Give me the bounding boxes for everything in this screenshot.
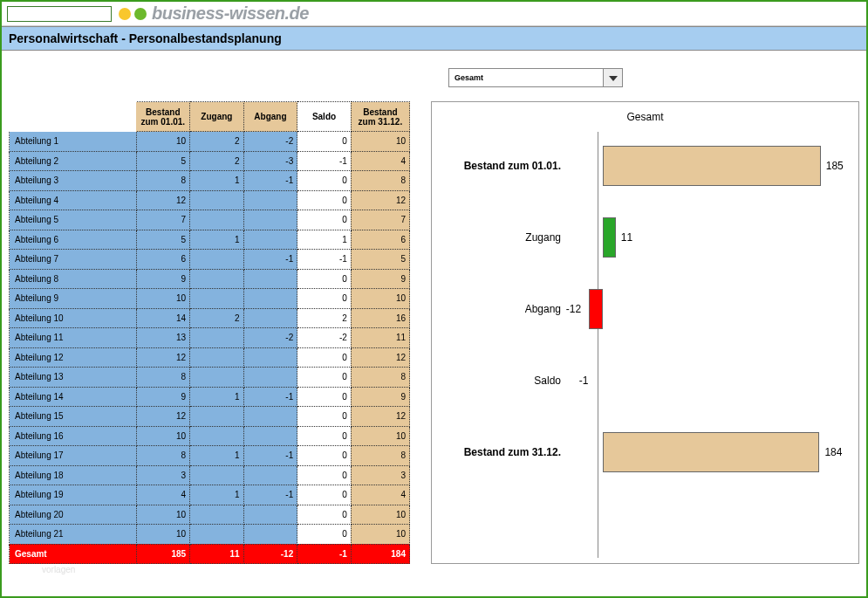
cell-bestand2[interactable]: 9 xyxy=(351,269,409,289)
cell-zugang[interactable]: 1 xyxy=(190,230,244,250)
cell-saldo[interactable]: 2 xyxy=(297,308,352,328)
row-label[interactable]: Abteilung 7 xyxy=(10,250,137,270)
cell-abgang[interactable] xyxy=(243,269,297,289)
cell-saldo[interactable]: 1 xyxy=(297,230,352,250)
cell-saldo[interactable]: 0 xyxy=(297,525,352,545)
cell-saldo[interactable]: 0 xyxy=(297,210,352,230)
cell-bestand1[interactable]: 8 xyxy=(136,171,190,191)
cell-abgang[interactable]: -1 xyxy=(243,387,297,407)
cell-saldo[interactable]: -2 xyxy=(297,328,352,348)
cell-zugang[interactable]: 1 xyxy=(190,485,244,505)
row-label[interactable]: Abteilung 12 xyxy=(10,347,137,368)
row-label[interactable]: Abteilung 2 xyxy=(10,151,137,171)
cell-bestand1[interactable]: 8 xyxy=(136,368,190,388)
cell-saldo[interactable]: 0 xyxy=(297,347,352,368)
cell-abgang[interactable]: -3 xyxy=(243,151,297,171)
cell-bestand1[interactable]: 10 xyxy=(136,525,190,545)
cell-bestand2[interactable]: 8 xyxy=(351,171,409,191)
cell-bestand1[interactable]: 12 xyxy=(136,347,190,368)
cell-bestand1[interactable]: 10 xyxy=(136,289,190,309)
cell-bestand1[interactable]: 8 xyxy=(136,446,190,466)
cell-bestand1[interactable]: 12 xyxy=(136,190,190,210)
cell-zugang[interactable] xyxy=(190,465,244,485)
cell-abgang[interactable] xyxy=(243,308,297,328)
cell-bestand2[interactable]: 16 xyxy=(351,308,409,328)
cell-abgang[interactable] xyxy=(243,426,297,446)
cell-zugang[interactable]: 2 xyxy=(190,308,244,328)
cell-bestand1[interactable]: 13 xyxy=(136,328,190,348)
cell-bestand2[interactable]: 8 xyxy=(351,368,409,388)
cell-abgang[interactable] xyxy=(243,368,297,388)
row-label[interactable]: Abteilung 1 xyxy=(10,132,137,152)
cell-saldo[interactable]: -1 xyxy=(297,151,352,171)
cell-zugang[interactable] xyxy=(190,426,244,446)
cell-abgang[interactable] xyxy=(243,347,297,368)
cell-bestand1[interactable]: 14 xyxy=(136,308,190,328)
cell-bestand2[interactable]: 11 xyxy=(351,328,409,348)
cell-saldo[interactable]: 0 xyxy=(297,269,352,289)
row-label[interactable]: Abteilung 19 xyxy=(10,485,137,505)
cell-zugang[interactable] xyxy=(190,525,244,545)
row-label[interactable]: Abteilung 3 xyxy=(10,171,137,191)
chart-filter-dropdown[interactable]: Gesamt xyxy=(448,68,623,87)
cell-bestand2[interactable]: 4 xyxy=(351,485,409,505)
cell-saldo[interactable]: 0 xyxy=(297,505,352,525)
cell-bestand2[interactable]: 12 xyxy=(351,347,409,368)
cell-bestand2[interactable]: 12 xyxy=(351,190,409,210)
cell-bestand1[interactable]: 4 xyxy=(136,485,190,505)
row-label[interactable]: Abteilung 14 xyxy=(10,387,137,407)
cell-saldo[interactable]: 0 xyxy=(297,446,352,466)
row-label[interactable]: Abteilung 11 xyxy=(10,328,137,348)
cell-saldo[interactable]: 0 xyxy=(297,426,352,446)
cell-bestand1[interactable]: 9 xyxy=(136,269,190,289)
row-label[interactable]: Abteilung 10 xyxy=(10,308,137,328)
cell-bestand2[interactable]: 10 xyxy=(351,505,409,525)
cell-zugang[interactable] xyxy=(190,210,244,230)
cell-saldo[interactable]: 0 xyxy=(297,485,352,505)
cell-abgang[interactable]: -1 xyxy=(243,485,297,505)
dropdown-button[interactable] xyxy=(603,69,622,86)
cell-bestand2[interactable]: 7 xyxy=(351,210,409,230)
cell-bestand2[interactable]: 4 xyxy=(351,151,409,171)
row-label[interactable]: Abteilung 8 xyxy=(10,269,137,289)
cell-zugang[interactable]: 2 xyxy=(190,151,244,171)
row-label[interactable]: Abteilung 5 xyxy=(10,210,137,230)
cell-zugang[interactable] xyxy=(190,250,244,270)
cell-bestand2[interactable]: 6 xyxy=(351,230,409,250)
cell-abgang[interactable] xyxy=(243,289,297,309)
cell-zugang[interactable] xyxy=(190,289,244,309)
cell-zugang[interactable]: 1 xyxy=(190,446,244,466)
cell-abgang[interactable]: -2 xyxy=(243,328,297,348)
cell-bestand1[interactable]: 3 xyxy=(136,465,190,485)
cell-zugang[interactable] xyxy=(190,328,244,348)
cell-zugang[interactable] xyxy=(190,190,244,210)
cell-saldo[interactable]: 0 xyxy=(297,190,352,210)
cell-saldo[interactable]: -1 xyxy=(297,250,352,270)
row-label[interactable]: Abteilung 13 xyxy=(10,368,137,388)
formula-cell[interactable] xyxy=(7,6,112,22)
cell-zugang[interactable] xyxy=(190,407,244,427)
cell-bestand1[interactable]: 6 xyxy=(136,250,190,270)
cell-abgang[interactable] xyxy=(243,210,297,230)
cell-abgang[interactable]: -2 xyxy=(243,132,297,152)
cell-zugang[interactable] xyxy=(190,368,244,388)
cell-saldo[interactable]: 0 xyxy=(297,407,352,427)
cell-saldo[interactable]: 0 xyxy=(297,465,352,485)
cell-saldo[interactable]: 0 xyxy=(297,171,352,191)
cell-abgang[interactable] xyxy=(243,465,297,485)
cell-saldo[interactable]: 0 xyxy=(297,132,352,152)
cell-bestand1[interactable]: 12 xyxy=(136,407,190,427)
cell-bestand2[interactable]: 5 xyxy=(351,250,409,270)
cell-abgang[interactable]: -1 xyxy=(243,171,297,191)
cell-abgang[interactable] xyxy=(243,407,297,427)
cell-zugang[interactable] xyxy=(190,505,244,525)
cell-saldo[interactable]: 0 xyxy=(297,387,352,407)
cell-zugang[interactable] xyxy=(190,269,244,289)
cell-bestand2[interactable]: 10 xyxy=(351,289,409,309)
cell-bestand1[interactable]: 10 xyxy=(136,132,190,152)
cell-bestand2[interactable]: 10 xyxy=(351,132,409,152)
row-label[interactable]: Abteilung 17 xyxy=(10,446,137,466)
cell-bestand1[interactable]: 9 xyxy=(136,387,190,407)
row-label[interactable]: Abteilung 16 xyxy=(10,426,137,446)
cell-bestand1[interactable]: 10 xyxy=(136,426,190,446)
